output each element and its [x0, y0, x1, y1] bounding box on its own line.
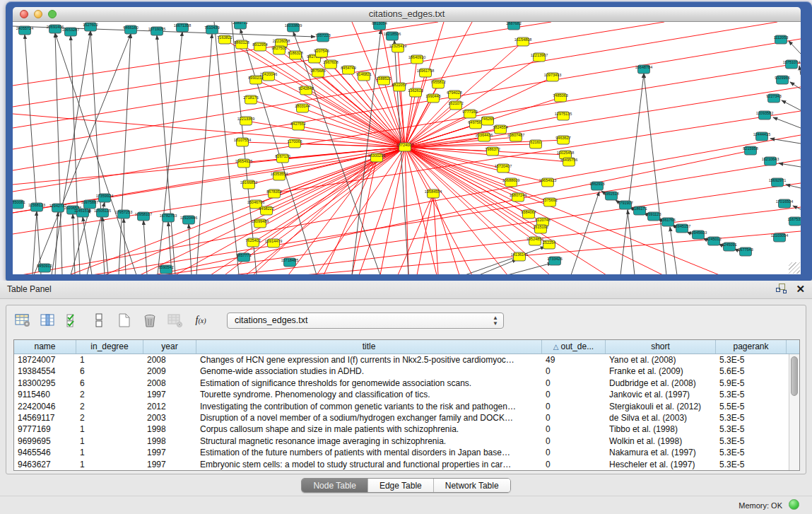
graph-node[interactable]: 19584554 [425, 189, 442, 198]
tab-network-table[interactable]: Network Table [434, 479, 510, 492]
graph-node[interactable]: 12975135 [555, 112, 572, 120]
graph-node[interactable]: 9329966 [775, 76, 789, 84]
scrollbar-thumb[interactable] [791, 356, 798, 396]
graph-node[interactable]: 746266 [481, 117, 494, 125]
graph-node[interactable]: 1621072 [448, 101, 463, 110]
graph-node[interactable]: 1527602 [83, 23, 98, 31]
new-document-icon[interactable] [115, 311, 134, 329]
graph-node[interactable]: 9827505 [271, 46, 286, 54]
float-panel-icon[interactable] [776, 284, 787, 294]
graph-node[interactable]: 6466160 [123, 25, 138, 34]
graph-node[interactable]: 1615192 [533, 225, 548, 233]
graph-node[interactable]: 10973493 [544, 73, 561, 81]
select-columns-icon[interactable] [64, 311, 83, 329]
graph-node[interactable]: 18099489 [252, 219, 269, 228]
graph-node[interactable]: 9146821 [356, 72, 371, 81]
graph-node[interactable]: 6850081 [13, 200, 25, 209]
graph-node[interactable]: 1112053 [774, 35, 789, 44]
graph-node[interactable]: 16154808 [514, 37, 531, 46]
graph-node[interactable]: 7955812 [430, 80, 445, 88]
graph-node[interactable]: 9777169 [462, 110, 477, 118]
graph-node[interactable]: 7510439 [204, 25, 219, 34]
zoom-window-button[interactable] [48, 10, 57, 18]
graph-node[interactable]: 15692971 [769, 178, 786, 187]
graph-node[interactable]: 11451514 [74, 209, 91, 217]
graph-node[interactable]: 9245012 [706, 237, 721, 245]
column-header-pagerank[interactable]: pagerank [716, 340, 787, 354]
function-builder-icon[interactable]: f(x) [192, 311, 210, 329]
column-header-short[interactable]: short [606, 340, 716, 354]
table-row[interactable]: 969969511998Structural magnetic resonanc… [14, 436, 799, 447]
graph-node[interactable]: 19524851 [526, 237, 543, 245]
citation-network-graph[interactable]: 1872400718300295716382288601288912954222… [13, 22, 801, 274]
graph-node[interactable]: 9245091 [722, 243, 736, 251]
graph-node[interactable]: 16914479 [265, 239, 282, 247]
graph-node[interactable]: 15751074 [783, 60, 800, 69]
graph-node[interactable]: 252254 [543, 240, 555, 249]
graph-node[interactable]: 10958107 [135, 212, 152, 221]
graph-node[interactable]: 8267130 [275, 154, 290, 163]
graph-node[interactable]: 7375692 [542, 198, 557, 206]
graph-node[interactable]: 18724007 [396, 143, 413, 151]
graph-node[interactable]: 2887682 [506, 22, 521, 30]
graph-node[interactable]: 8912954 [252, 42, 267, 51]
graph-node[interactable]: 19654925 [235, 159, 252, 168]
graph-node[interactable]: 16782753 [160, 214, 177, 222]
table-row[interactable]: 1456911722003Disruption of a novel membe… [14, 412, 799, 424]
graph-node[interactable]: 6497568 [468, 120, 483, 129]
graph-node[interactable]: 19218506 [384, 32, 401, 40]
graph-node[interactable]: 9384067 [521, 210, 536, 218]
column-header-out_de[interactable]: △out_de... [542, 340, 606, 354]
table-row[interactable]: 1830029562008Estimation of significance … [14, 378, 799, 389]
graph-node[interactable]: 12213369 [237, 117, 254, 125]
table-row[interactable]: 911546021997Tourette syndrome. Phenomeno… [14, 389, 799, 400]
graph-node[interactable]: 17957253 [115, 210, 132, 218]
table-vertical-scrollbar[interactable] [789, 354, 799, 470]
graph-node[interactable]: 16671358 [174, 23, 191, 32]
graph-node[interactable]: 18640910 [408, 55, 425, 64]
graph-node[interactable]: 11568123 [28, 203, 45, 211]
delete-table-icon[interactable] [141, 311, 159, 329]
graph-node[interactable]: 7163822 [217, 35, 232, 44]
graph-node[interactable]: 20364436 [476, 133, 493, 141]
graph-node[interactable]: 16033809 [285, 23, 302, 32]
graph-node[interactable]: 7485063 [553, 93, 567, 102]
table-row[interactable]: 946554611997Estimation of the future num… [14, 447, 799, 458]
table-row[interactable]: 946362711997Embryonic stem cells: a mode… [14, 459, 799, 470]
graph-node[interactable]: 12920446 [180, 216, 197, 224]
graph-node[interactable]: 6794028 [447, 90, 461, 99]
column-header-in_degree[interactable]: in_degree [76, 340, 143, 354]
graph-node[interactable]: 8590542 [158, 265, 173, 274]
graph-node[interactable]: 1990445 [425, 94, 440, 103]
graph-node[interactable]: 1170066 [287, 139, 302, 148]
graph-node[interactable]: 3824554 [493, 125, 507, 134]
graph-node[interactable]: 12093582 [756, 111, 773, 119]
graph-node[interactable]: 9450912 [37, 264, 52, 272]
graph-node[interactable]: 16495756 [560, 158, 577, 166]
graph-node[interactable]: 16945157 [673, 224, 690, 233]
graph-node[interactable]: 8427552 [290, 122, 305, 130]
graph-node[interactable]: 1677543 [738, 247, 753, 256]
graph-node[interactable]: 8990212 [248, 76, 263, 84]
table-row[interactable]: 2242004622012Investigating the contribut… [14, 401, 799, 412]
graph-node[interactable]: 17016504 [776, 199, 793, 208]
close-window-button[interactable] [20, 10, 28, 18]
graph-node[interactable]: 10688609 [502, 178, 519, 187]
graph-node[interactable]: 10945603 [690, 230, 707, 239]
table-select-combobox[interactable]: citations_edges.txt ▲▼ [227, 313, 504, 329]
graph-node[interactable]: 9186171 [632, 206, 647, 215]
graph-node[interactable]: 15718485 [281, 258, 298, 267]
graph-node[interactable]: 10653287 [62, 28, 79, 36]
minimize-window-button[interactable] [34, 10, 42, 18]
graph-node[interactable]: 6791907 [618, 201, 632, 209]
graph-node[interactable]: 18107554 [234, 138, 251, 146]
graph-node[interactable]: 8678352 [266, 189, 281, 198]
graph-node[interactable]: 1362615 [408, 88, 423, 97]
graph-node[interactable]: 18300295 [368, 153, 385, 162]
table-settings-icon[interactable] [13, 311, 32, 329]
column-header-year[interactable]: year [143, 340, 196, 354]
graph-node[interactable]: 6822057 [392, 83, 406, 91]
table-row[interactable]: 1872400712008Changes of HCN gene express… [14, 354, 799, 366]
graph-node[interactable]: 2967608 [323, 60, 338, 69]
graph-node[interactable]: 8860128 [234, 40, 249, 49]
